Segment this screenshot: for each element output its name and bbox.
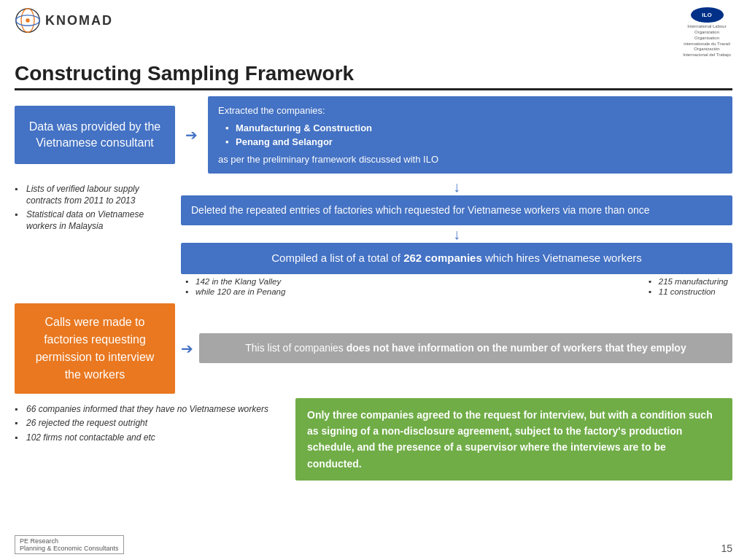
right-arrow-area: ↓ Deleted the repeated entries of factor…	[181, 178, 732, 300]
extracted-title: Extracted the companies:	[218, 104, 722, 118]
bullets-spacer: Lists of verified labour supply contract…	[15, 178, 175, 300]
green-box: Only three companies agreed to the reque…	[295, 398, 732, 481]
bullet-2: Statistical data on Vietnamese workers i…	[15, 209, 175, 232]
stats-left: 142 in the Klang Valley while 120 are in…	[185, 277, 285, 298]
slide-title: Constructing Sampling Framework	[15, 62, 732, 85]
stat-left-1: 142 in the Klang Valley	[185, 277, 285, 286]
arrow-left-icon: ➔	[181, 340, 193, 357]
extracted-item-2: Penang and Selangor	[225, 135, 722, 149]
arrow-down-1-icon: ↓	[181, 179, 732, 194]
no-info-bold: does not have information on the number …	[347, 342, 686, 354]
header: KNOMAD ILO International Labour Organiza…	[15, 7, 732, 58]
compiled-bold: 262 companies	[403, 252, 482, 264]
bottom-section: 66 companies informed that they have no …	[15, 398, 732, 481]
stat-right-1: 215 manufacturing	[649, 277, 728, 286]
arrow-right-icon: ➔	[185, 126, 198, 144]
knomad-icon	[15, 7, 41, 34]
ilo-logo: ILO International Labour Organization Or…	[681, 7, 732, 58]
footer: PE Research Planning & Economic Consulta…	[15, 535, 732, 554]
data-provider-box: Data was provided by the Vietnamese cons…	[15, 106, 175, 164]
knomad-logo: KNOMAD	[15, 7, 113, 34]
title-section: Constructing Sampling Framework	[15, 62, 732, 90]
slide: KNOMAD ILO International Labour Organiza…	[0, 0, 747, 560]
bottom-left: 66 companies informed that they have no …	[15, 398, 285, 481]
bottom-bullet-3: 102 firms not contactable and etc	[15, 432, 285, 444]
bottom-bullet-1: 66 companies informed that they have no …	[15, 404, 285, 416]
footer-logo: PE Research Planning & Economic Consulta…	[15, 535, 124, 554]
compiled-box: Compiled a list of a total of 262 compan…	[181, 243, 732, 274]
stats-right: 215 manufacturing 11 construction	[649, 277, 728, 298]
bottom-bullet-2: 26 rejected the request outright	[15, 418, 285, 429]
gray-box: This list of companies does not have inf…	[199, 333, 732, 363]
stats-row: 142 in the Klang Valley while 120 are in…	[181, 274, 732, 300]
stat-right-2: 11 construction	[649, 287, 728, 296]
extracted-box: Extracted the companies: Manufacturing &…	[208, 96, 732, 174]
extracted-item-1: Manufacturing & Construction	[225, 121, 722, 136]
title-underline	[15, 88, 732, 90]
arrow-down-2-icon: ↓	[181, 227, 732, 241]
deleted-box: Deleted the repeated entries of factorie…	[181, 195, 732, 225]
extracted-list: Manufacturing & Construction Penang and …	[218, 121, 722, 149]
page-number: 15	[721, 542, 732, 554]
stat-left-2: while 120 are in Penang	[185, 287, 285, 296]
bottom-bullets: 66 companies informed that they have no …	[15, 404, 285, 444]
svg-point-3	[26, 18, 29, 22]
left-bullets: Lists of verified labour supply contract…	[15, 184, 175, 232]
bullet-1: Lists of verified labour supply contract…	[15, 184, 175, 206]
ilo-circle: ILO	[691, 7, 724, 23]
extracted-subtext: as per the preliminary framework discuss…	[218, 152, 722, 167]
call-row: Calls were made to factories requesting …	[15, 303, 732, 394]
knomad-text: KNOMAD	[45, 13, 113, 28]
call-box: Calls were made to factories requesting …	[15, 303, 175, 394]
bullets-row: Lists of verified labour supply contract…	[15, 178, 732, 300]
bottom-right: Only three companies agreed to the reque…	[295, 398, 732, 481]
top-row: Data was provided by the Vietnamese cons…	[15, 96, 732, 174]
ilo-subtext: International Labour Organization Organi…	[681, 24, 732, 58]
